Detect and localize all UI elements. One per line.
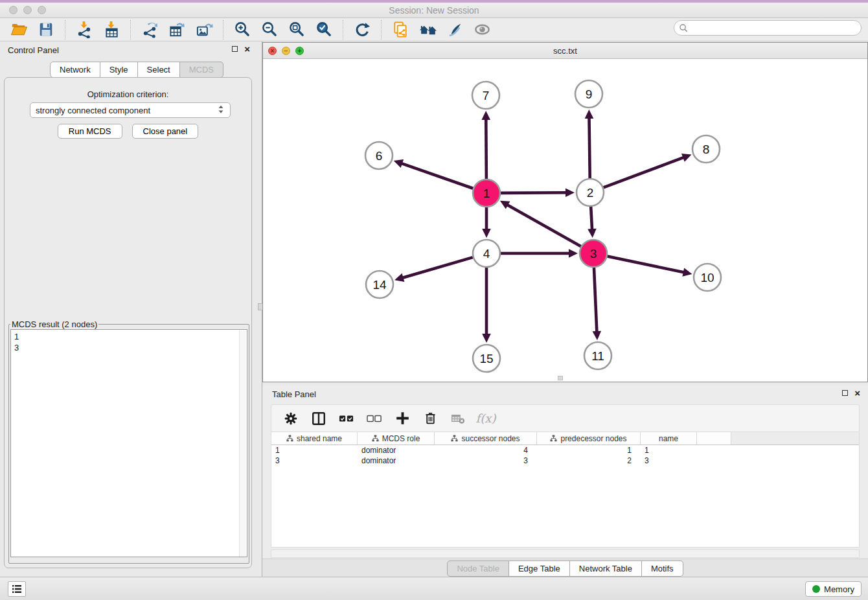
tab-style[interactable]: Style: [100, 62, 138, 78]
table-panel-title: Table Panel: [272, 389, 316, 399]
table-cell[interactable]: 3: [271, 456, 358, 466]
window-title: Session: New Session: [0, 5, 868, 16]
zoom-out-icon[interactable]: [260, 20, 279, 40]
titlebar-accent: [0, 0, 868, 3]
edge-1-2[interactable]: [501, 192, 567, 193]
arrowhead: [482, 229, 491, 238]
column-header-name[interactable]: name: [641, 432, 697, 444]
table-hscrollbar[interactable]: [271, 549, 860, 558]
node-label-1: 1: [483, 187, 490, 200]
clone-network-icon[interactable]: [391, 20, 410, 40]
table-row[interactable]: 1dominator411: [271, 445, 859, 456]
table-panel-close-icon[interactable]: ×: [854, 390, 860, 396]
edge-3-11[interactable]: [594, 268, 597, 332]
node-label-10: 10: [700, 271, 714, 284]
save-session-icon[interactable]: [36, 20, 56, 40]
import-network-icon[interactable]: [74, 20, 94, 40]
table-cell[interactable]: 2: [537, 456, 641, 466]
column-header-mcds-role[interactable]: MCDS role: [358, 432, 435, 444]
arrowhead: [482, 334, 491, 343]
home-view-icon[interactable]: [418, 20, 437, 40]
edge-2-9[interactable]: [589, 117, 589, 178]
refresh-layout-icon[interactable]: [352, 20, 372, 40]
task-history-button[interactable]: [8, 581, 26, 597]
column-header-shared-name[interactable]: shared name: [271, 432, 358, 444]
dropdown-value: strongly connected component: [36, 106, 150, 115]
column-header-predecessor-nodes[interactable]: predecessor nodes: [537, 432, 641, 444]
import-table-icon[interactable]: [102, 20, 121, 40]
show-hide-eye-icon[interactable]: [472, 20, 492, 40]
sitemap-icon: [451, 435, 458, 442]
table-cell[interactable]: 3: [435, 456, 537, 466]
table-cell[interactable]: 1: [271, 445, 358, 456]
tab-mcds[interactable]: MCDS: [180, 62, 223, 78]
select-all-icon[interactable]: [338, 410, 355, 427]
table-toolbar: f(x): [271, 404, 860, 432]
table-cell[interactable]: 3: [641, 456, 697, 466]
search-input[interactable]: [689, 23, 861, 33]
edge-3-10[interactable]: [608, 257, 685, 273]
node-label-4: 4: [483, 247, 490, 260]
tab-select[interactable]: Select: [138, 62, 180, 78]
delete-column-icon[interactable]: [422, 410, 439, 427]
arrowhead: [394, 273, 404, 282]
table-cell[interactable]: 1: [537, 445, 641, 456]
node-table: shared name MCDS role successor nodes pr…: [271, 432, 860, 548]
edge-3-1[interactable]: [507, 205, 580, 247]
tab-network[interactable]: Network: [50, 62, 100, 78]
table-settings-gear-icon[interactable]: [282, 410, 299, 427]
table-panel-float-icon[interactable]: [842, 390, 848, 396]
arrowhead: [569, 249, 578, 258]
control-panel-close-icon[interactable]: ×: [244, 46, 250, 52]
optimization-criterion-dropdown[interactable]: strongly connected component: [30, 102, 231, 118]
tab-network-table[interactable]: Network Table: [570, 560, 642, 577]
zoom-in-icon[interactable]: [233, 20, 252, 40]
node-label-7: 7: [483, 89, 490, 102]
search-field[interactable]: [674, 20, 862, 36]
table-cell[interactable]: dominator: [358, 456, 435, 466]
open-session-icon[interactable]: [9, 20, 29, 40]
node-label-9: 9: [586, 87, 593, 101]
network-graph[interactable]: 7968124314101511: [263, 59, 867, 382]
run-mcds-button[interactable]: Run MCDS: [58, 124, 122, 139]
show-column-icon[interactable]: [310, 410, 327, 427]
tab-motifs[interactable]: Motifs: [642, 560, 683, 577]
control-panel-float-icon[interactable]: [232, 46, 238, 52]
table-cell[interactable]: dominator: [358, 445, 435, 456]
search-icon: [679, 23, 689, 33]
tab-node-table[interactable]: Node Table: [447, 560, 509, 577]
edge-2-8[interactable]: [604, 157, 685, 188]
arrowhead: [585, 110, 594, 119]
mcds-result-text[interactable]: 1 3: [10, 329, 247, 557]
close-panel-button[interactable]: Close panel: [132, 124, 199, 139]
memory-button[interactable]: Memory: [805, 581, 862, 597]
export-image-icon[interactable]: [194, 20, 214, 40]
table-tabs: Node TableEdge TableNetwork TableMotifs: [447, 560, 683, 577]
network-window-titlebar[interactable]: × − + scc.txt: [263, 43, 867, 59]
edge-4-14[interactable]: [402, 257, 473, 278]
header-filler: [731, 432, 859, 444]
add-column-icon[interactable]: [394, 410, 411, 427]
edge-1-6[interactable]: [401, 163, 473, 189]
edge-1-7[interactable]: [486, 119, 486, 179]
export-network-icon[interactable]: [140, 20, 159, 40]
column-header-successor-nodes[interactable]: successor nodes: [435, 432, 537, 444]
arrowhead: [593, 331, 602, 340]
result-scrollbar[interactable]: [239, 330, 246, 557]
table-panel: Table Panel × f(x) share: [262, 386, 868, 577]
zoom-fit-icon[interactable]: [287, 20, 306, 40]
table-cell[interactable]: 4: [435, 445, 537, 456]
delete-table-icon[interactable]: [450, 410, 466, 427]
node-label-14: 14: [372, 278, 387, 292]
table-cell[interactable]: 1: [641, 445, 697, 456]
network-resize-handle[interactable]: [558, 376, 563, 380]
control-panel: Control Panel × NetworkStyleSelectMCDS O…: [0, 41, 257, 577]
deselect-all-icon[interactable]: [366, 410, 383, 427]
export-table-icon[interactable]: [167, 20, 187, 40]
zoom-selected-icon[interactable]: [314, 20, 334, 40]
edge-2-3[interactable]: [591, 207, 592, 230]
tab-edge-table[interactable]: Edge Table: [509, 560, 570, 577]
sitemap-icon: [372, 435, 379, 442]
style-brush-icon[interactable]: [445, 20, 464, 40]
table-row[interactable]: 3dominator323: [271, 456, 859, 466]
